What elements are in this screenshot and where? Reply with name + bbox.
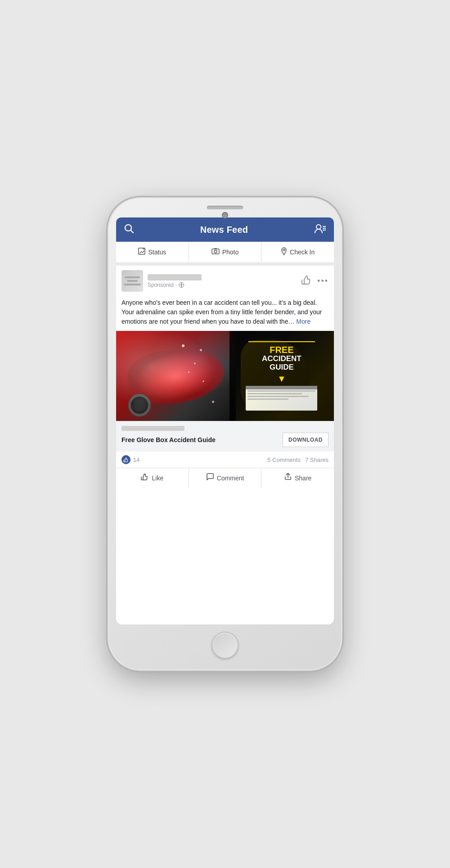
like-button[interactable]: Like [116,468,189,488]
phone-screen: News Feed [116,217,334,624]
phone-screen-wrapper: News Feed [116,217,334,624]
like-reaction-circle [122,455,130,464]
post-card-bottom: Free Glove Box Accident Guide DOWNLOAD [122,433,328,447]
post-actions: Like Comment [116,468,334,488]
ad-accident-text: ACCIDENT [262,355,302,363]
sponsored-text: Sponsored [148,282,174,288]
post-reactions: 14 5 Comments 7 Shares [116,452,334,468]
post-sponsored: Sponsored · [148,282,297,288]
post-card-lower: Free Glove Box Accident Guide DOWNLOAD [116,421,334,452]
crash-scene: FREE ACCIDENT GUIDE ▼ [116,331,334,421]
photo-label: Photo [222,249,239,256]
download-button[interactable]: DOWNLOAD [283,433,328,447]
like-thumb-icon[interactable] [301,274,312,288]
svg-rect-8 [212,249,219,254]
post-header: Sponsored · ••• [116,266,334,296]
brochure-lines [246,386,317,402]
checkin-icon [281,247,287,257]
search-icon[interactable] [124,224,134,235]
status-label: Status [148,249,166,256]
debris [200,349,202,351]
debris [212,401,214,403]
navbar-title: News Feed [200,225,248,235]
reactions-left: 14 [122,455,140,464]
front-camera [222,212,228,218]
facebook-post: Sponsored · ••• [116,266,334,624]
dot-separator: · [176,282,177,288]
ad-guide-text: GUIDE [270,363,294,372]
read-more-link[interactable]: More [296,318,310,325]
post-card-url [122,426,184,431]
post-body-text: Anyone who's ever been in a car accident… [116,296,334,331]
crash-left [116,331,236,421]
photo-button[interactable]: Photo [189,242,262,262]
post-text-content: Anyone who's ever been in a car accident… [122,299,322,325]
like-count: 14 [133,457,140,463]
debris [182,344,184,347]
svg-point-10 [283,249,285,251]
more-options-icon[interactable]: ••• [317,276,328,286]
action-bar: Status Photo [116,242,334,263]
comment-button[interactable]: Comment [189,468,262,488]
debris [188,371,189,373]
checkin-label: Check In [290,249,315,256]
like-button-label: Like [152,475,163,482]
ad-top-line [248,341,315,342]
ad-brochure-image [246,386,317,411]
share-button[interactable]: Share [261,468,334,488]
friends-icon[interactable] [314,224,326,235]
svg-line-1 [131,231,134,233]
status-icon [138,248,145,257]
avatar-image [122,270,143,292]
status-button[interactable]: Status [116,242,189,262]
car-wheel [128,394,151,416]
like-action-icon [141,473,149,483]
ad-arrow: ▼ [277,374,286,384]
comment-action-icon [206,473,214,483]
svg-point-2 [316,225,321,229]
comment-button-label: Comment [217,475,244,482]
facebook-navbar: News Feed [116,217,334,242]
post-avatar [122,270,143,292]
speaker-grill [207,206,243,209]
globe-icon [179,282,184,288]
photo-icon [212,248,220,256]
checkin-button[interactable]: Check In [261,242,334,262]
svg-point-9 [214,250,217,253]
reactions-right: 5 Comments 7 Shares [267,457,328,463]
phone-frame: News Feed [108,198,342,670]
debris [194,362,196,364]
post-page-name [148,274,202,280]
post-meta: Sponsored · [148,274,297,288]
share-button-label: Share [295,475,311,482]
ad-overlay: FREE ACCIDENT GUIDE ▼ [230,331,334,421]
ad-free-text: FREE [270,345,293,355]
share-action-icon [284,473,292,483]
comment-count[interactable]: 5 Comments [267,457,301,463]
post-card-title: Free Glove Box Accident Guide [122,436,278,444]
share-count[interactable]: 7 Shares [305,457,328,463]
post-header-actions: ••• [301,274,328,288]
post-ad-image: FREE ACCIDENT GUIDE ▼ [116,331,334,421]
home-button[interactable] [212,632,238,659]
debris [202,380,204,382]
